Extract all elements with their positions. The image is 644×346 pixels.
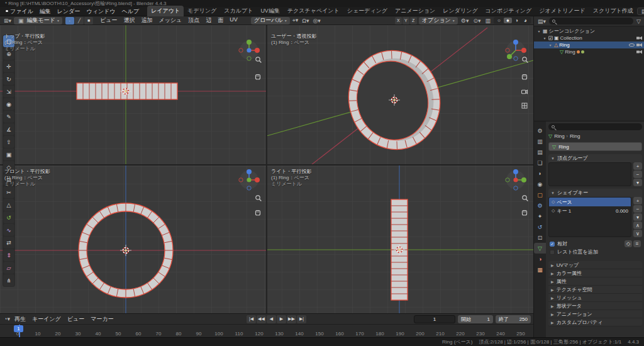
viewport-canvas[interactable] <box>0 25 533 313</box>
viewport-menu-item[interactable]: メッシュ <box>155 16 185 25</box>
properties-tab-world[interactable]: ◉ <box>534 179 546 189</box>
shape-key-lock-icon[interactable]: ≡ <box>633 240 641 247</box>
properties-tab-modifiers[interactable]: ⚙ <box>534 200 546 211</box>
workspace-tab[interactable]: テクスチャペイント <box>284 6 343 16</box>
expand-icon[interactable]: ▾ <box>542 36 547 40</box>
vertex-select-button[interactable]: ∙ <box>65 17 74 25</box>
xray-toggle-icon[interactable]: ▥ <box>484 18 492 24</box>
proportional-editing-icon[interactable]: ◎▾ <box>312 18 322 24</box>
tool-annotate[interactable]: ✎ <box>3 111 14 123</box>
properties-tab-particles[interactable]: ✦ <box>534 211 546 221</box>
timeline-menu-item[interactable]: ビュー <box>64 315 87 323</box>
mirror-z-toggle[interactable]: Z <box>410 17 417 25</box>
properties-tab-physics[interactable]: ↺ <box>534 221 546 232</box>
tool-loop-cut[interactable]: ⊟ <box>3 174 14 186</box>
datablock-name-field[interactable]: ▽ Ring <box>548 142 642 151</box>
mirror-x-toggle[interactable]: X <box>395 17 402 25</box>
timeline-editor-icon[interactable]: ◔▾ <box>3 316 11 322</box>
tool-knife[interactable]: ✂ <box>3 186 14 198</box>
workspace-tab[interactable]: アニメーション <box>391 6 439 16</box>
workspace-tab[interactable]: シェーディング <box>343 6 391 16</box>
workspace-tab[interactable]: UV編集 <box>257 6 284 16</box>
panel-remesh[interactable]: ▶リメッシュ <box>548 294 642 302</box>
workspace-tab[interactable]: レンダリング <box>439 6 481 16</box>
properties-tab-render[interactable]: ▥ <box>534 136 546 147</box>
shape-keys-panel-header[interactable]: ▼ シェイプキー <box>548 189 642 197</box>
vertex-group-specials-button[interactable]: ▾ <box>633 179 642 186</box>
viewport-menu-item[interactable]: 選択 <box>120 16 138 25</box>
tool-bevel[interactable]: ◇ <box>3 161 14 173</box>
menu-item[interactable]: レンダー <box>54 8 84 16</box>
panel-texture-space[interactable]: ▶テクスチャ空間 <box>548 286 642 294</box>
properties-tab-view-layer[interactable]: ❏ <box>534 157 546 168</box>
current-frame-field[interactable]: 1 <box>414 315 455 323</box>
scene-selector-dropdown[interactable]: ▤ AR ▾ <box>637 8 644 15</box>
outliner-row-ring-object[interactable]: ▾△Ring <box>534 42 644 48</box>
breadcrumb-object[interactable]: Ring <box>554 133 564 139</box>
filter-icon[interactable]: ▽ <box>635 18 642 25</box>
snap-magnet-icon[interactable]: Ω▾ <box>301 18 310 24</box>
frame-start-field[interactable]: 開始 1 <box>458 315 493 323</box>
vertex-groups-list[interactable] <box>548 162 631 186</box>
tool-poly-build[interactable]: △ <box>3 199 14 211</box>
properties-tab-object-data[interactable]: ▽ <box>534 243 546 254</box>
tool-inset-faces[interactable]: ▣ <box>3 148 14 160</box>
shape-key-specials-button[interactable]: ▾ <box>633 213 642 221</box>
pivot-point-dropdown[interactable]: ⌖▾ <box>291 17 300 24</box>
outliner-row-ring-mesh-data[interactable]: ▽Ring <box>534 48 644 55</box>
vertex-groups-panel-header[interactable]: ▼ 頂点グループ <box>548 154 642 162</box>
shape-key-edit-mode-icon[interactable]: ◇ <box>625 240 632 247</box>
viewport-menu-item[interactable]: UV <box>226 16 241 25</box>
overlays-icon[interactable]: ⊙▾ <box>472 18 482 24</box>
edge-select-button[interactable]: ╱ <box>75 17 84 25</box>
editor-type-icon[interactable]: ⊞▾ <box>3 18 13 24</box>
panel-attributes[interactable]: ▶属性 <box>548 277 642 286</box>
viewport-menu-item[interactable]: 面 <box>214 16 226 25</box>
outliner-row-collection[interactable]: ▾✓▣Collection <box>534 35 644 42</box>
tool-rip-region[interactable]: ⋔ <box>3 274 14 286</box>
viewport-menu-item[interactable]: 頂点 <box>185 16 203 25</box>
properties-tab-tool[interactable]: ⚙ <box>534 125 546 136</box>
shape-key-row[interactable]: ◇キー 10.000 <box>549 206 631 215</box>
panel-animation[interactable]: ▶アニメーション <box>548 310 642 318</box>
relative-checkbox[interactable]: ✓ <box>550 242 555 247</box>
shape-key-value[interactable]: 0.000 <box>616 208 628 214</box>
viewport-menu-item[interactable]: 追加 <box>138 16 155 25</box>
tool-transform[interactable]: ◉ <box>3 98 14 110</box>
tool-scale[interactable]: ⇲ <box>3 86 14 98</box>
timeline-ruler[interactable]: 1 01020304050607080901001101201301401501… <box>0 324 533 337</box>
menu-item[interactable]: ファイル <box>7 8 36 16</box>
jump-to-start-button[interactable]: |◀ <box>247 315 256 323</box>
workspace-tab[interactable]: レイアウト <box>147 6 184 16</box>
disable-render-icon[interactable] <box>636 43 642 47</box>
panel-custom-properties[interactable]: ▶カスタムプロパティ <box>548 318 642 326</box>
move-shape-key-down-button[interactable]: ∨ <box>633 230 642 237</box>
tool-move[interactable]: ✛ <box>3 60 14 72</box>
outliner-search-input[interactable] <box>549 18 633 25</box>
play-reverse-button[interactable]: ◀ <box>267 315 276 323</box>
hide-viewport-icon[interactable] <box>629 43 635 47</box>
menu-item[interactable]: ヘルプ <box>119 8 143 16</box>
add-vertex-group-button[interactable]: + <box>633 162 642 170</box>
mode-dropdown[interactable]: ▣ 編集モード ▾ <box>14 17 62 25</box>
prev-keyframe-button[interactable]: ◀◀ <box>257 315 266 323</box>
shape-key-row[interactable]: ◇ベース <box>549 198 631 206</box>
options-dropdown[interactable]: オプション ▾ <box>419 17 458 25</box>
properties-tab-texture[interactable]: ▦ <box>534 264 546 275</box>
move-shape-key-up-button[interactable]: ∧ <box>633 221 642 229</box>
remove-shape-key-button[interactable]: − <box>633 205 642 213</box>
quad-viewport-area[interactable]: ▢⊕✛↻⇲◉✎∡⇧▣◇⊟✂△↺∿⇄⇕▱⋔ トップ・平行投影 (1) Ring：ベ… <box>0 25 533 313</box>
workspace-tab[interactable]: コンポジティング <box>482 6 536 16</box>
jump-to-end-button[interactable]: ▶| <box>297 315 306 323</box>
face-select-button[interactable]: ■ <box>84 17 93 25</box>
tool-extrude-region[interactable]: ⇧ <box>3 136 14 148</box>
properties-tab-material[interactable]: ◑ <box>534 254 546 264</box>
remove-vertex-group-button[interactable]: − <box>633 170 642 178</box>
panel-geometry-data[interactable]: ▶形状データ <box>548 302 642 310</box>
expand-icon[interactable]: ▾ <box>548 43 553 47</box>
material-shading-button[interactable]: ◑ <box>513 18 521 23</box>
panel-color-attributes[interactable]: ▶カラー属性 <box>548 269 642 277</box>
tool-measure[interactable]: ∡ <box>3 123 14 135</box>
solid-shading-button[interactable]: ● <box>504 18 512 23</box>
panel-uv-maps[interactable]: ▶UVマップ <box>548 261 642 269</box>
